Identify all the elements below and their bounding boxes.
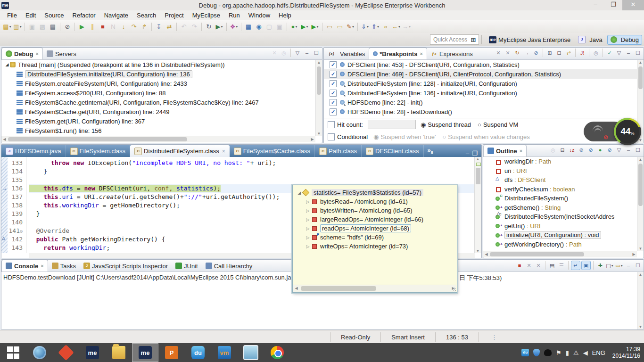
start-button[interactable] [0, 343, 26, 362]
outline-hscrollbar[interactable]: ◀▶ [483, 251, 637, 257]
debug-launch-icon[interactable]: ●▾ [289, 22, 299, 32]
add-java-exception-breakpoint-icon[interactable]: J! [578, 49, 586, 57]
back-to-flag-icon[interactable]: « [381, 22, 390, 32]
step-into-icon[interactable]: ↓ [119, 22, 128, 32]
outline-item[interactable]: DistributedFileSystem() [483, 194, 637, 203]
open-web-folder-icon[interactable]: ▭ [325, 22, 334, 32]
maximize-icon[interactable]: ☐ [634, 49, 642, 57]
show-console-on-output-icon[interactable]: ▣ [581, 261, 591, 270]
tray-language[interactable]: ENG [592, 349, 605, 356]
hit-count-input[interactable] [368, 120, 416, 129]
window-minimize-button[interactable]: – [586, 0, 604, 10]
popup-variable-row[interactable]: ▷writeOps= AtomicInteger (id=73) [293, 242, 457, 251]
go-to-file-icon[interactable]: → [522, 49, 531, 57]
disconnect-view-icon[interactable]: ◎ [280, 49, 288, 57]
popup-variable-row[interactable]: ▷bytesWritten= AtomicLong (id=65) [293, 206, 457, 215]
stack-frame[interactable]: FileSystem$1.run() line: 156 [1, 126, 315, 135]
collapsed-arrow-icon[interactable]: ▷ [305, 199, 311, 204]
drop-to-frame-icon[interactable]: ↧ [154, 22, 164, 32]
myeclipse-palette-icon[interactable]: ❖▾ [229, 22, 239, 32]
filter-breakpoints-icon[interactable]: ✓ [605, 49, 614, 57]
run-on-server-icon[interactable]: ▶▾ [215, 22, 224, 32]
breakpoint-row[interactable]: ✓HDFSDemo [line: 22] - init() [324, 98, 637, 107]
close-tab-icon[interactable]: × [520, 148, 522, 154]
stack-frame[interactable]: FileSystem$Cache.getInternal(URI, Config… [1, 98, 315, 107]
remove-all-icon[interactable]: ✕ [504, 49, 512, 57]
report-design-icon[interactable]: ▦ [244, 22, 253, 32]
scroll-lock-icon[interactable]: ☰ [557, 261, 566, 270]
remove-launch-icon[interactable]: ✕ [525, 261, 533, 270]
popup-variable-row[interactable]: ▷bytesRead= AtomicLong (id=61) [293, 197, 457, 206]
maximize-icon[interactable]: ☐ [634, 261, 642, 270]
focus-icon[interactable]: ◎ [549, 146, 557, 154]
outline-item[interactable]: getScheme() : String [483, 203, 637, 213]
tray-flag-icon[interactable]: ⚑ [556, 349, 561, 356]
window-close-button[interactable]: ✕ [622, 0, 644, 10]
taskbar-app-p[interactable]: P [158, 343, 185, 362]
outline-vscrollbar[interactable]: ▲▼ [637, 157, 644, 251]
menu-run[interactable]: Run [224, 11, 244, 20]
outline-item[interactable]: workingDir : Path [483, 157, 637, 166]
word-wrap-icon[interactable]: ↵ [571, 261, 580, 270]
console-tab-junit[interactable]: JUnit [172, 260, 202, 272]
taskbar-app-baidu-music[interactable]: du [185, 343, 211, 362]
run-launch-icon[interactable]: ▶▾ [300, 22, 309, 32]
close-tab-icon[interactable]: × [41, 263, 43, 269]
stack-frame[interactable]: DistributedFileSystem.initialize(URI, Co… [1, 69, 315, 79]
forward-icon[interactable]: →▾ [402, 22, 411, 32]
hit-count-checkbox[interactable] [328, 121, 335, 128]
editor-tab-path-class[interactable]: CPath.class [315, 145, 362, 157]
tray-baidu-icon[interactable]: du [521, 349, 529, 356]
menu-window[interactable]: Window [244, 11, 274, 20]
back-icon[interactable]: ←▾ [391, 22, 401, 32]
expanded-arrow-icon[interactable]: ◢ [297, 190, 302, 195]
step-return-icon[interactable]: ↱ [140, 22, 149, 32]
fold-collapse-icon[interactable]: ⊖ [20, 229, 23, 234]
sort-alphabetically-icon[interactable]: ↓z [568, 146, 576, 154]
taskbar-app-blue-globe[interactable] [26, 343, 53, 362]
open-perspective-icon[interactable]: ⊞ [469, 35, 478, 44]
window-restore-button[interactable]: ❐ [604, 0, 622, 10]
hide-local-types-icon[interactable]: ⊘ [605, 146, 614, 154]
hide-static-members-icon[interactable]: ⊘ [586, 146, 595, 154]
collapsed-arrow-icon[interactable]: ▷ [305, 208, 311, 213]
view-menu-icon[interactable]: ▽ [293, 49, 302, 57]
resume-icon[interactable]: ▶ [77, 22, 87, 32]
save-icon[interactable]: ▣ [27, 22, 37, 32]
popup-resize-grip[interactable] [452, 288, 456, 291]
taskbar-app-myeclipse[interactable]: me [132, 343, 158, 362]
collapsed-arrow-icon[interactable]: ▷ [305, 235, 311, 240]
run-last-launch-icon[interactable]: ▶▾ [310, 22, 320, 32]
annotation-ruler[interactable]: →△ [1, 157, 8, 253]
menu-refactor[interactable]: Refactor [68, 11, 100, 20]
debug-vscrollbar[interactable]: ▲▼ [315, 60, 322, 136]
outline-item[interactable]: getUri() : URI [483, 222, 637, 231]
suspend-vm-radio[interactable]: ○ [478, 121, 481, 128]
menu-source[interactable]: Source [40, 11, 68, 20]
stack-frame[interactable]: FileSystem.createFileSystem(URI, Configu… [1, 79, 315, 88]
breakpoint-checkbox[interactable]: ✓ [330, 61, 337, 68]
debug-tab-debug[interactable]: Debug× [1, 48, 43, 59]
menu-navigate[interactable]: Navigate [100, 11, 132, 20]
outline-tab-outline[interactable]: Outline× [483, 145, 527, 156]
collapse-all-icon[interactable]: ⊟ [558, 146, 567, 154]
save-all-icon[interactable]: ▩ [38, 22, 47, 32]
network-gauge-overlay[interactable]: ⊘ 44 % [584, 118, 641, 145]
stack-frame[interactable]: FileSystem$Cache.get(URI, Configuration)… [1, 107, 315, 116]
minimize-icon[interactable]: – [624, 261, 633, 270]
display-selected-console-icon[interactable]: ▢▾ [605, 261, 614, 270]
open-console-icon[interactable]: ▭▾ [615, 261, 623, 270]
debug-thread-row[interactable]: ◢Thread [main] (Suspended (breakpoint at… [1, 60, 315, 69]
taskbar-app-file-explorer[interactable] [106, 343, 132, 362]
editor-tab-filesystem-class[interactable]: CFileSystem.class [66, 145, 131, 157]
editor-tab-dfsclient-class[interactable]: CDFSClient.class [362, 145, 423, 157]
menu-help[interactable]: Help [274, 11, 296, 20]
view-menu-icon[interactable]: ▽ [615, 146, 623, 154]
menu-search[interactable]: Search [132, 11, 160, 20]
open-folder-icon[interactable]: ▭ [335, 22, 345, 32]
debug-hscrollbar[interactable]: ◀▶ [1, 136, 315, 142]
maximize-icon[interactable]: ☐ [634, 146, 642, 154]
hide-non-public-icon[interactable]: ● [596, 146, 604, 154]
minimize-icon[interactable]: – [624, 146, 633, 154]
format-brush-icon[interactable]: ✎▾ [346, 22, 355, 32]
